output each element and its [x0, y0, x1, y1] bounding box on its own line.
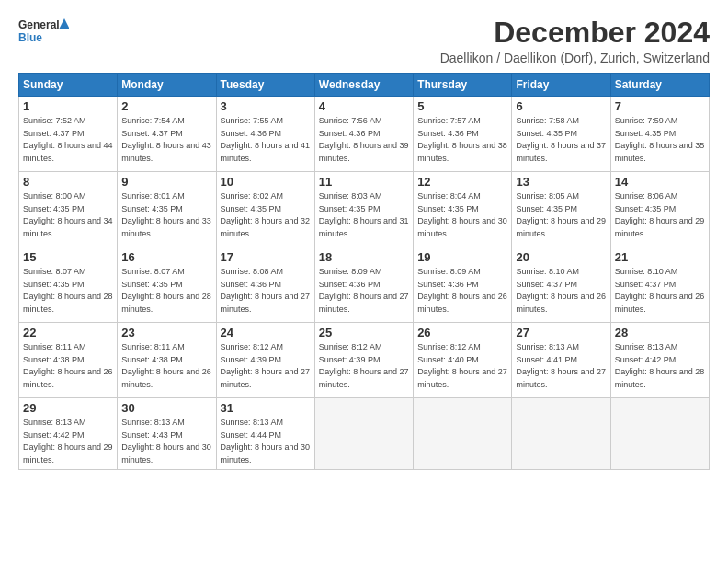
day-number: 22: [23, 326, 113, 339]
day-info: Sunrise: 8:05 AMSunset: 4:35 PMDaylight:…: [516, 190, 606, 240]
day-number: 16: [121, 250, 211, 264]
col-tuesday: Tuesday: [216, 74, 314, 97]
day-number: 21: [615, 250, 705, 264]
day-info: Sunrise: 8:12 AMSunset: 4:40 PMDaylight:…: [417, 341, 507, 391]
calendar-header-row: Sunday Monday Tuesday Wednesday Thursday…: [19, 74, 710, 97]
day-number: 8: [23, 175, 113, 189]
day-info: Sunrise: 8:01 AMSunset: 4:35 PMDaylight:…: [121, 190, 211, 240]
calendar-cell: 9 Sunrise: 8:01 AMSunset: 4:35 PMDayligh…: [118, 172, 216, 247]
calendar-cell: 1 Sunrise: 7:52 AMSunset: 4:37 PMDayligh…: [19, 97, 118, 172]
calendar-cell: 7 Sunrise: 7:59 AMSunset: 4:35 PMDayligh…: [610, 97, 709, 172]
calendar-cell: 10 Sunrise: 8:02 AMSunset: 4:35 PMDaylig…: [216, 172, 314, 247]
week-row-5: 29 Sunrise: 8:13 AMSunset: 4:42 PMDaylig…: [19, 398, 710, 470]
day-info: Sunrise: 8:07 AMSunset: 4:35 PMDaylight:…: [121, 266, 211, 316]
day-number: 31: [221, 401, 311, 415]
calendar-cell: [610, 398, 709, 470]
calendar-cell: 22 Sunrise: 8:11 AMSunset: 4:38 PMDaylig…: [19, 323, 118, 398]
day-number: 29: [23, 401, 113, 415]
day-info: Sunrise: 8:03 AMSunset: 4:35 PMDaylight:…: [319, 190, 409, 240]
week-row-3: 15 Sunrise: 8:07 AMSunset: 4:35 PMDaylig…: [19, 247, 710, 323]
calendar-cell: 24 Sunrise: 8:12 AMSunset: 4:39 PMDaylig…: [216, 323, 314, 398]
day-number: 25: [319, 326, 409, 339]
col-saturday: Saturday: [610, 74, 709, 97]
col-wednesday: Wednesday: [314, 74, 413, 97]
day-number: 14: [615, 175, 705, 189]
day-info: Sunrise: 8:08 AMSunset: 4:36 PMDaylight:…: [221, 266, 311, 316]
calendar-cell: 19 Sunrise: 8:09 AMSunset: 4:36 PMDaylig…: [414, 247, 512, 323]
day-number: 2: [121, 99, 211, 113]
week-row-2: 8 Sunrise: 8:00 AMSunset: 4:35 PMDayligh…: [19, 172, 710, 247]
calendar-cell: 17 Sunrise: 8:08 AMSunset: 4:36 PMDaylig…: [216, 247, 314, 323]
day-number: 24: [221, 326, 311, 339]
calendar-cell: 12 Sunrise: 8:04 AMSunset: 4:35 PMDaylig…: [414, 172, 512, 247]
day-number: 4: [319, 99, 409, 113]
calendar-cell: 15 Sunrise: 8:07 AMSunset: 4:35 PMDaylig…: [19, 247, 118, 323]
day-number: 30: [121, 401, 211, 415]
day-info: Sunrise: 7:54 AMSunset: 4:37 PMDaylight:…: [121, 115, 211, 165]
calendar-cell: [414, 398, 512, 470]
week-row-1: 1 Sunrise: 7:52 AMSunset: 4:37 PMDayligh…: [19, 97, 710, 172]
day-info: Sunrise: 7:59 AMSunset: 4:35 PMDaylight:…: [615, 115, 705, 165]
day-number: 17: [221, 250, 311, 264]
title-area: December 2024 Daellikon / Daellikon (Dor…: [440, 17, 710, 65]
calendar-cell: 3 Sunrise: 7:55 AMSunset: 4:36 PMDayligh…: [216, 97, 314, 172]
day-info: Sunrise: 8:09 AMSunset: 4:36 PMDaylight:…: [417, 266, 507, 316]
day-number: 12: [417, 175, 507, 189]
day-info: Sunrise: 8:07 AMSunset: 4:35 PMDaylight:…: [23, 266, 113, 316]
day-info: Sunrise: 8:13 AMSunset: 4:42 PMDaylight:…: [615, 341, 705, 391]
week-row-4: 22 Sunrise: 8:11 AMSunset: 4:38 PMDaylig…: [19, 323, 710, 398]
day-info: Sunrise: 8:10 AMSunset: 4:37 PMDaylight:…: [615, 266, 705, 316]
page: General Blue December 2024 Daellikon / D…: [0, 0, 728, 563]
day-number: 28: [615, 326, 705, 339]
calendar-cell: 11 Sunrise: 8:03 AMSunset: 4:35 PMDaylig…: [314, 172, 413, 247]
calendar-cell: 13 Sunrise: 8:05 AMSunset: 4:35 PMDaylig…: [512, 172, 610, 247]
location-subtitle: Daellikon / Daellikon (Dorf), Zurich, Sw…: [440, 51, 710, 65]
svg-text:Blue: Blue: [18, 31, 42, 44]
day-info: Sunrise: 8:13 AMSunset: 4:43 PMDaylight:…: [121, 417, 211, 466]
day-number: 19: [417, 250, 507, 264]
day-info: Sunrise: 8:12 AMSunset: 4:39 PMDaylight:…: [319, 341, 409, 391]
calendar-cell: 31 Sunrise: 8:13 AMSunset: 4:44 PMDaylig…: [216, 398, 314, 470]
day-number: 20: [516, 250, 606, 264]
col-sunday: Sunday: [19, 74, 118, 97]
day-info: Sunrise: 7:56 AMSunset: 4:36 PMDaylight:…: [319, 115, 409, 165]
day-number: 26: [417, 326, 507, 339]
day-info: Sunrise: 8:12 AMSunset: 4:39 PMDaylight:…: [221, 341, 311, 391]
calendar-cell: 27 Sunrise: 8:13 AMSunset: 4:41 PMDaylig…: [512, 323, 610, 398]
calendar-cell: 14 Sunrise: 8:06 AMSunset: 4:35 PMDaylig…: [610, 172, 709, 247]
calendar-cell: 8 Sunrise: 8:00 AMSunset: 4:35 PMDayligh…: [19, 172, 118, 247]
calendar-cell: 5 Sunrise: 7:57 AMSunset: 4:36 PMDayligh…: [414, 97, 512, 172]
day-info: Sunrise: 8:00 AMSunset: 4:35 PMDaylight:…: [23, 190, 113, 240]
month-year-title: December 2024: [440, 17, 710, 49]
col-thursday: Thursday: [414, 74, 512, 97]
day-number: 10: [221, 175, 311, 189]
calendar-cell: [314, 398, 413, 470]
day-info: Sunrise: 8:13 AMSunset: 4:42 PMDaylight:…: [23, 417, 113, 466]
day-number: 6: [516, 99, 606, 113]
day-number: 9: [121, 175, 211, 189]
calendar-cell: 25 Sunrise: 8:12 AMSunset: 4:39 PMDaylig…: [314, 323, 413, 398]
calendar-cell: 6 Sunrise: 7:58 AMSunset: 4:35 PMDayligh…: [512, 97, 610, 172]
svg-text:General: General: [18, 18, 60, 31]
calendar-cell: 2 Sunrise: 7:54 AMSunset: 4:37 PMDayligh…: [118, 97, 216, 172]
calendar-cell: 18 Sunrise: 8:09 AMSunset: 4:36 PMDaylig…: [314, 247, 413, 323]
day-info: Sunrise: 7:52 AMSunset: 4:37 PMDaylight:…: [23, 115, 113, 165]
day-info: Sunrise: 8:02 AMSunset: 4:35 PMDaylight:…: [221, 190, 311, 240]
day-number: 18: [319, 250, 409, 264]
day-info: Sunrise: 8:11 AMSunset: 4:38 PMDaylight:…: [23, 341, 113, 391]
day-info: Sunrise: 7:57 AMSunset: 4:36 PMDaylight:…: [417, 115, 507, 165]
calendar-cell: 16 Sunrise: 8:07 AMSunset: 4:35 PMDaylig…: [118, 247, 216, 323]
calendar-cell: [512, 398, 610, 470]
day-info: Sunrise: 8:13 AMSunset: 4:41 PMDaylight:…: [516, 341, 606, 391]
calendar-cell: 26 Sunrise: 8:12 AMSunset: 4:40 PMDaylig…: [414, 323, 512, 398]
day-number: 27: [516, 326, 606, 339]
day-info: Sunrise: 8:10 AMSunset: 4:37 PMDaylight:…: [516, 266, 606, 316]
calendar-cell: 20 Sunrise: 8:10 AMSunset: 4:37 PMDaylig…: [512, 247, 610, 323]
svg-marker-2: [59, 18, 69, 29]
calendar-cell: 29 Sunrise: 8:13 AMSunset: 4:42 PMDaylig…: [19, 398, 118, 470]
logo-svg: General Blue: [18, 17, 69, 50]
day-info: Sunrise: 7:58 AMSunset: 4:35 PMDaylight:…: [516, 115, 606, 165]
day-info: Sunrise: 8:04 AMSunset: 4:35 PMDaylight:…: [417, 190, 507, 240]
day-info: Sunrise: 8:11 AMSunset: 4:38 PMDaylight:…: [121, 341, 211, 391]
day-number: 7: [615, 99, 705, 113]
